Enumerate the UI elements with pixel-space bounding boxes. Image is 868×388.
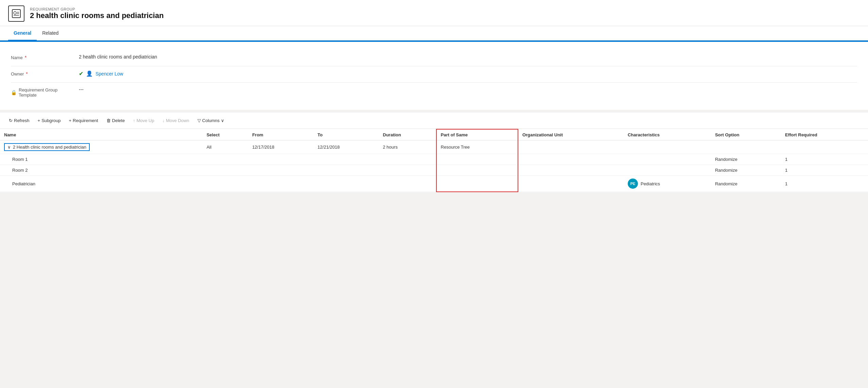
name-value: 2 health clinic rooms and pediatrician <box>79 54 857 60</box>
required-indicator: * <box>25 55 27 60</box>
characteristics-badge: PE <box>628 179 638 189</box>
owner-label: Owner * <box>11 70 79 77</box>
owner-check-icon: ✔ <box>79 70 83 77</box>
col-header-effort: Effort Required <box>781 129 868 140</box>
move-down-button[interactable]: ↓ Move Down <box>159 116 193 125</box>
person-icon: 👤 <box>86 70 93 77</box>
row-part-of-same-cell: Resource Tree <box>436 140 518 154</box>
col-header-duration: Duration <box>379 129 436 140</box>
refresh-icon: ↻ <box>9 118 13 123</box>
owner-value: ✔ 👤 Spencer Low <box>79 70 857 77</box>
required-indicator-owner: * <box>26 71 28 77</box>
row-name-cell: Pediatrician <box>0 176 203 192</box>
col-header-org-unit: Organizational Unit <box>518 129 624 140</box>
row-sort-cell: Randomize <box>711 176 781 192</box>
row-pos-cell <box>436 154 518 165</box>
columns-button[interactable]: ▽ Columns ∨ <box>194 116 228 125</box>
grid-toolbar: ↻ Refresh + Subgroup + Requirement 🗑 Del… <box>0 113 868 129</box>
template-label: 🔒 Requirement GroupTemplate <box>11 87 79 98</box>
col-header-sort-option: Sort Option <box>711 129 781 140</box>
chevron-down-icon: ∨ <box>221 118 224 123</box>
row-sort-cell: Randomize <box>711 154 781 165</box>
record-title: 2 health clinic rooms and pediatrician <box>30 11 164 20</box>
row-name-cell: Room 2 <box>0 165 203 176</box>
row-name-text: Room 2 <box>4 168 28 173</box>
row-characteristics-cell: PE Pediatrics <box>624 176 711 192</box>
characteristics-text: Pediatrics <box>641 181 660 186</box>
col-header-select: Select <box>203 129 248 140</box>
owner-link[interactable]: Spencer Low <box>96 71 123 77</box>
row-org-unit-cell <box>518 140 624 154</box>
row-name-cell: ∨ 2 Health clinic rooms and pediatrician <box>0 140 203 154</box>
row-pos-cell <box>436 165 518 176</box>
header-text: REQUIREMENT GROUP 2 health clinic rooms … <box>30 7 164 20</box>
page-header: REQUIREMENT GROUP 2 health clinic rooms … <box>0 0 868 26</box>
table-row[interactable]: Pediatrician PE Pediatrics Randomize 1 <box>0 176 868 192</box>
row-name-text: Pediatrician <box>4 181 35 186</box>
grid-section: ↻ Refresh + Subgroup + Requirement 🗑 Del… <box>0 113 868 192</box>
move-down-icon: ↓ <box>162 118 165 123</box>
row-sort-cell: Randomize <box>711 165 781 176</box>
form-section: Name * 2 health clinic rooms and pediatr… <box>0 42 868 110</box>
add-subgroup-icon: + <box>38 118 40 123</box>
template-value: --- <box>79 87 857 92</box>
form-row-name: Name * 2 health clinic rooms and pediatr… <box>11 50 857 66</box>
add-requirement-icon: + <box>69 118 72 123</box>
lock-icon: 🔒 <box>11 90 17 95</box>
row-to-cell: 12/21/2018 <box>313 140 379 154</box>
col-header-to: To <box>313 129 379 140</box>
table-row[interactable]: ∨ 2 Health clinic rooms and pediatrician… <box>0 140 868 154</box>
row-duration-cell: 2 hours <box>379 140 436 154</box>
row-select-cell: All <box>203 140 248 154</box>
requirement-button[interactable]: + Requirement <box>66 116 102 125</box>
row-pos-cell <box>436 176 518 192</box>
col-header-characteristics: Characteristics <box>624 129 711 140</box>
filter-icon: ▽ <box>197 118 201 123</box>
row-effort-cell <box>781 140 868 154</box>
tab-related[interactable]: Related <box>37 26 64 40</box>
form-row-template: 🔒 Requirement GroupTemplate --- <box>11 83 857 102</box>
table-row[interactable]: Room 1 Randomize 1 <box>0 154 868 165</box>
name-text: 2 health clinic rooms and pediatrician <box>79 54 157 60</box>
row-name-cell: Room 1 <box>0 154 203 165</box>
table-row[interactable]: Room 2 Randomize 1 <box>0 165 868 176</box>
row-effort-cell: 1 <box>781 176 868 192</box>
move-up-icon: ↑ <box>133 118 135 123</box>
col-header-from: From <box>248 129 313 140</box>
move-up-button[interactable]: ↑ Move Up <box>129 116 158 125</box>
tabs-bar: General Related <box>0 26 868 40</box>
record-icon <box>8 5 24 22</box>
tab-general[interactable]: General <box>8 26 37 40</box>
template-text: --- <box>79 87 84 92</box>
row-effort-cell: 1 <box>781 165 868 176</box>
record-type-label: REQUIREMENT GROUP <box>30 7 164 11</box>
col-header-part-of-same: Part of Same <box>436 129 518 140</box>
delete-icon: 🗑 <box>106 118 111 123</box>
table-header-row: Name Select From To Duration Part of Sam… <box>0 129 868 140</box>
svg-rect-1 <box>14 12 16 14</box>
delete-button[interactable]: 🗑 Delete <box>103 116 128 125</box>
row-name-text: Room 1 <box>4 157 28 162</box>
row-effort-cell: 1 <box>781 154 868 165</box>
form-row-owner: Owner * ✔ 👤 Spencer Low <box>11 66 857 83</box>
row-sort-cell <box>711 140 781 154</box>
chevron-expand-icon: ∨ <box>7 145 11 150</box>
selected-row-name: ∨ 2 Health clinic rooms and pediatrician <box>4 143 90 151</box>
row-from-cell: 12/17/2018 <box>248 140 313 154</box>
refresh-button[interactable]: ↻ Refresh <box>5 116 33 125</box>
subgroup-button[interactable]: + Subgroup <box>34 116 64 125</box>
col-header-name: Name <box>0 129 203 140</box>
name-label: Name * <box>11 54 79 60</box>
row-characteristics-cell <box>624 140 711 154</box>
grid-table: Name Select From To Duration Part of Sam… <box>0 129 868 192</box>
